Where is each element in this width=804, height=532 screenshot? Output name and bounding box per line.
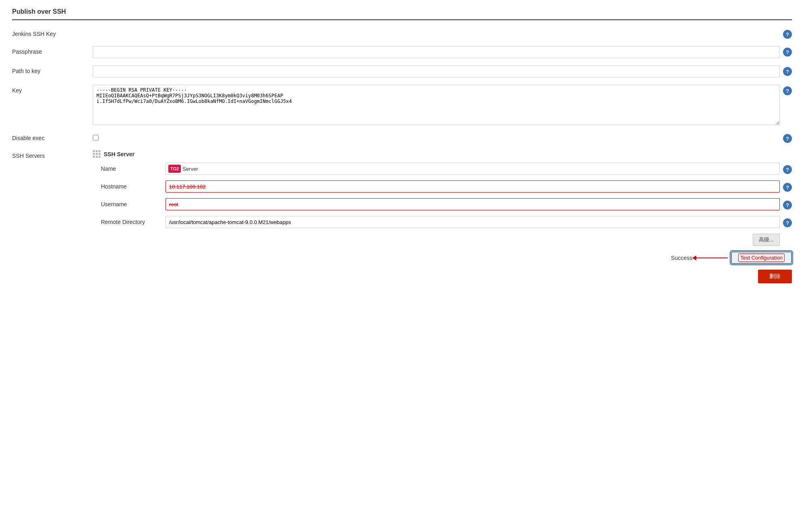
- username-label: Username: [101, 201, 165, 207]
- advanced-button[interactable]: 高级...: [753, 234, 780, 246]
- test-configuration-button[interactable]: Test Configuration: [731, 251, 792, 264]
- remote-directory-row: Remote Directory ?: [101, 216, 792, 228]
- username-input[interactable]: [165, 198, 780, 210]
- server-name-value: Server: [182, 166, 198, 172]
- delete-button[interactable]: 删除: [758, 270, 792, 283]
- test-configuration-label: Test Configuration: [738, 253, 785, 262]
- hostname-help-icon[interactable]: ?: [783, 183, 792, 192]
- passphrase-row: Passphrase ?: [12, 46, 792, 58]
- success-test-row: Success Test Configuration: [101, 251, 792, 264]
- remote-directory-help-icon[interactable]: ?: [783, 218, 792, 227]
- remote-directory-label: Remote Directory: [101, 219, 165, 225]
- arrow-line: [695, 258, 728, 258]
- arrow-head: [692, 256, 696, 260]
- key-help-icon[interactable]: ?: [783, 86, 792, 95]
- key-input[interactable]: -----BEGIN RSA PRIVATE KEY----- MIIEoQIB…: [93, 85, 780, 125]
- ssh-servers-wrap: SSH Server Name TO2 Server ? Hostname: [93, 150, 792, 283]
- section-title: Publish over SSH: [12, 8, 792, 20]
- path-to-key-label: Path to key: [12, 65, 93, 74]
- advanced-row: 高级...: [101, 234, 792, 246]
- disable-exec-label: Disable exec: [12, 132, 93, 141]
- arrow-indicator: [695, 258, 728, 258]
- ssh-server-header: SSH Server: [93, 150, 792, 158]
- disable-exec-help-icon[interactable]: ?: [783, 134, 792, 143]
- username-row: Username ?: [101, 198, 792, 210]
- success-label: Success: [671, 255, 692, 261]
- jenkins-ssh-key-row: Jenkins SSH Key ?: [12, 28, 792, 39]
- jenkins-ssh-key-help-icon[interactable]: ?: [783, 30, 792, 39]
- ssh-server-body: Name TO2 Server ? Hostname ?: [93, 163, 792, 283]
- passphrase-input[interactable]: [93, 46, 780, 58]
- disable-exec-row: Disable exec ?: [12, 132, 792, 143]
- jenkins-ssh-key-label: Jenkins SSH Key: [12, 28, 93, 37]
- passphrase-help-icon[interactable]: ?: [783, 48, 792, 57]
- hostname-label: Hostname: [101, 183, 165, 190]
- remote-directory-input[interactable]: [165, 216, 780, 228]
- hostname-input[interactable]: [165, 180, 780, 193]
- path-to-key-row: Path to key ?: [12, 65, 792, 77]
- path-to-key-input[interactable]: [93, 65, 780, 77]
- delete-row: 删除: [101, 270, 792, 283]
- passphrase-label: Passphrase: [12, 46, 93, 55]
- ssh-servers-label: SSH Servers: [12, 150, 93, 159]
- ssh-server-title: SSH Server: [104, 151, 134, 157]
- key-row: Key -----BEGIN RSA PRIVATE KEY----- MIIE…: [12, 85, 792, 125]
- key-label: Key: [12, 85, 93, 94]
- server-name-label: Name: [101, 165, 165, 172]
- server-name-help-icon[interactable]: ?: [783, 165, 792, 174]
- server-name-row: Name TO2 Server ?: [101, 163, 792, 175]
- ssh-servers-row: SSH Servers SSH Server Name TO2 Server ?: [12, 150, 792, 283]
- username-help-icon[interactable]: ?: [783, 201, 792, 209]
- hostname-row: Hostname ?: [101, 180, 792, 193]
- name-tag-prefix: TO2: [168, 165, 181, 173]
- disable-exec-checkbox[interactable]: [93, 135, 98, 140]
- grid-drag-icon: [93, 150, 100, 158]
- path-to-key-help-icon[interactable]: ?: [783, 67, 792, 76]
